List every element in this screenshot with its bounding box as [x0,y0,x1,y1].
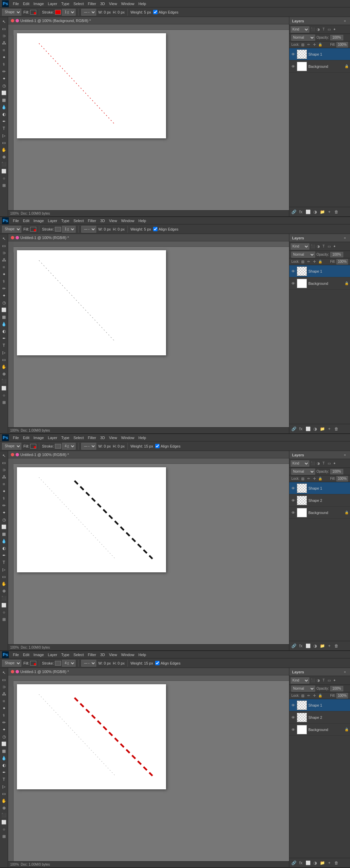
add-adjustment-btn[interactable]: ◑ [312,643,318,649]
tool-hand-tool[interactable]: ✋ [1,146,7,153]
new-group-btn[interactable]: 📁 [319,209,325,215]
tool-clone-stamp[interactable]: ✦ [1,509,7,516]
add-mask-btn[interactable]: ⬜ [305,643,311,649]
tool-gradient-tool[interactable]: ▦ [1,314,7,320]
menu-item-file[interactable]: File [13,2,19,6]
shape-filter-icon[interactable]: ▭ [327,678,331,683]
tool-screen-mode[interactable]: ⊞ [1,616,7,623]
tool-background-color[interactable]: ⬜ [1,385,7,392]
tool-select[interactable]: Shape [2,660,21,667]
tool-zoom-tool[interactable]: ⊕ [1,154,7,160]
layer-visibility-toggle[interactable]: 👁 [291,727,295,732]
tool-healing-brush[interactable]: ⚕ [1,712,7,719]
menu-item-help[interactable]: Help [139,653,146,657]
menu-item-edit[interactable]: Edit [23,436,29,440]
new-group-btn[interactable]: 📁 [319,426,325,432]
tool-eraser-tool[interactable]: ⬜ [1,524,7,530]
menu-item-layer[interactable]: Layer [48,653,57,657]
delete-layer-btn[interactable]: 🗑 [333,209,339,215]
stroke-color-swatch[interactable] [55,444,61,449]
fill-opacity-input[interactable] [336,42,348,47]
menu-item-window[interactable]: Window [121,2,134,6]
tool-brush-tool[interactable]: ✏ [1,719,7,726]
tool-magic-wand[interactable]: ⁂ [1,40,7,46]
tool-history-brush[interactable]: ◷ [1,733,7,740]
tool-healing-brush[interactable]: ⚕ [1,278,7,285]
fx-btn[interactable]: fx [298,643,304,649]
link-layers-btn[interactable]: 🔗 [291,860,297,866]
tool-move-tool[interactable]: ↖ [1,669,7,676]
canvas-min-btn[interactable] [16,670,19,673]
canvas-close-btn[interactable] [11,19,14,22]
layers-kind-select[interactable]: Kind [291,243,309,250]
stroke-color-swatch[interactable] [55,10,61,15]
tool-screen-mode[interactable]: ⊞ [1,182,7,189]
align-edges-checkbox[interactable] [155,444,160,448]
new-layer-btn[interactable]: + [326,209,332,215]
new-group-btn[interactable]: 📁 [319,643,325,649]
opacity-input[interactable] [330,252,343,257]
pixel-filter-icon[interactable]: ⬛ [310,461,315,466]
tool-zoom-tool[interactable]: ⊕ [1,805,7,811]
canvas-close-btn[interactable] [11,236,14,239]
layer-visibility-toggle[interactable]: 👁 [291,498,295,503]
align-edges-item[interactable]: Align Edges [153,10,179,14]
layer-visibility-toggle[interactable]: 👁 [291,510,295,515]
tool-foreground-color[interactable]: ⬛ [1,595,7,601]
adjustment-filter-icon[interactable]: ◑ [316,27,321,32]
tool-blur-tool[interactable]: 💧 [1,321,7,328]
tool-pen-tool[interactable]: ✒ [1,552,7,559]
lock-position-btn[interactable]: ✛ [312,259,317,264]
layers-collapse-btn[interactable]: ≡ [343,236,347,240]
fill-swatch[interactable] [30,10,36,15]
menu-item-help[interactable]: Help [139,219,146,223]
stroke-width-select[interactable]: 1 px [62,226,76,233]
canvas-min-btn[interactable] [16,19,19,22]
fx-btn[interactable]: fx [298,209,304,215]
tool-eraser-tool[interactable]: ⬜ [1,307,7,313]
tool-eyedropper[interactable]: ✦ [1,271,7,278]
tool-gradient-tool[interactable]: ▦ [1,748,7,754]
add-adjustment-btn[interactable]: ◑ [312,860,318,866]
menu-item-layer[interactable]: Layer [48,436,57,440]
tool-select[interactable]: Shape [2,9,21,16]
tool-shape-tool[interactable]: ▭ [1,790,7,797]
stroke-width-select[interactable]: 4 px [62,443,76,450]
tool-background-color[interactable]: ⬜ [1,819,7,826]
tool-eraser-tool[interactable]: ⬜ [1,90,7,96]
menu-item-window[interactable]: Window [121,436,134,440]
menu-item-3d[interactable]: 3D [100,2,105,6]
fill-swatch[interactable] [30,661,36,666]
menu-item-window[interactable]: Window [121,219,134,223]
menu-item-file[interactable]: File [13,653,19,657]
canvas-surface[interactable] [17,33,166,138]
smart-filter-icon[interactable]: ✦ [332,461,337,466]
smart-filter-icon[interactable]: ✦ [332,244,337,249]
tool-shape-tool[interactable]: ▭ [1,356,7,363]
menu-item-image[interactable]: Image [34,653,44,657]
fill-swatch[interactable] [30,444,36,449]
layer-item-1[interactable]: 👁Background🔒 [289,60,350,73]
tool-mask-mode[interactable]: ○ [1,175,7,182]
tool-crop-tool[interactable]: ⌗ [1,47,7,54]
opacity-input[interactable] [330,686,343,691]
tool-crop-tool[interactable]: ⌗ [1,481,7,488]
tool-select[interactable]: Shape [2,443,21,450]
tool-type-tool[interactable]: T [1,342,7,349]
tool-lasso-tool[interactable]: ⊃ [1,684,7,690]
tool-healing-brush[interactable]: ⚕ [1,495,7,502]
opacity-input[interactable] [330,35,343,40]
delete-layer-btn[interactable]: 🗑 [333,426,339,432]
tool-zoom-tool[interactable]: ⊕ [1,371,7,377]
lock-transparent-btn[interactable]: ▨ [301,476,305,481]
lock-image-btn[interactable]: ✏ [306,476,311,481]
menu-item-edit[interactable]: Edit [23,219,29,223]
layer-item-1[interactable]: 👁Background🔒 [289,277,350,290]
new-group-btn[interactable]: 📁 [319,860,325,866]
tool-screen-mode[interactable]: ⊞ [1,833,7,840]
menu-item-filter[interactable]: Filter [88,436,96,440]
tool-path-selection[interactable]: ▷ [1,783,7,790]
tool-blur-tool[interactable]: 💧 [1,538,7,545]
add-adjustment-btn[interactable]: ◑ [312,209,318,215]
tool-foreground-color[interactable]: ⬛ [1,161,7,167]
